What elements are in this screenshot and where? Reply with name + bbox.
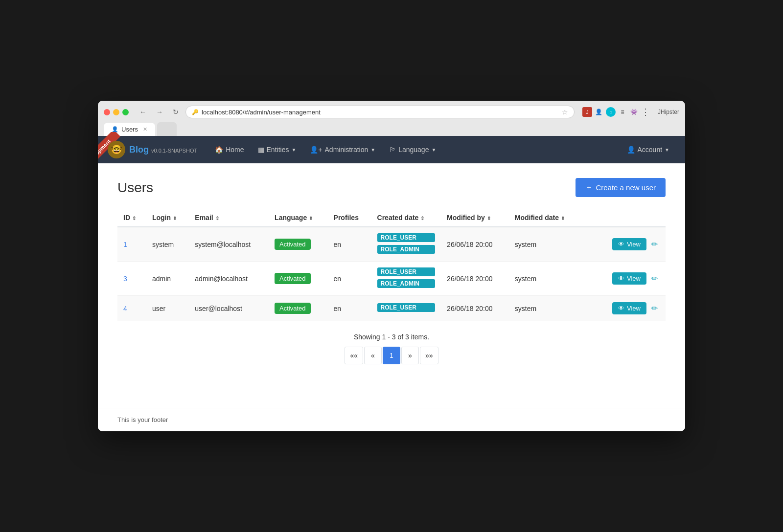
cell-modified-date	[582, 262, 596, 296]
ext-icon-5[interactable]: 👾	[629, 107, 639, 117]
maximize-button[interactable]	[122, 109, 129, 115]
new-tab-button[interactable]	[157, 122, 177, 136]
eye-icon: 👁	[618, 275, 624, 282]
create-user-button[interactable]: ＋ Create a new user	[576, 178, 666, 197]
cell-status: Activated	[269, 296, 327, 321]
prev-page-button[interactable]: «	[364, 347, 382, 364]
nav-items: 🏠 Home ▦ Entities ▼ 👤+ Administration ▼ …	[209, 142, 621, 157]
edit-button[interactable]: ✏	[649, 238, 660, 251]
col-profiles: Profiles	[328, 209, 371, 227]
cell-actions: 👁 View✏	[596, 262, 666, 296]
view-button[interactable]: 👁 View	[612, 302, 646, 314]
lock-icon: 🔑	[192, 109, 199, 115]
language-chevron-icon: ▼	[431, 147, 436, 153]
view-button[interactable]: 👁 View	[612, 272, 646, 285]
more-menu-icon[interactable]: ⋮	[641, 107, 650, 117]
url-text: localhost:8080/#/admin/user-management	[202, 109, 321, 116]
cell-actions: 👁 View✏	[596, 227, 666, 262]
navbar: Development 🤓 Blog v0.0.1-SNAPSHOT 🏠 Hom…	[98, 136, 685, 163]
forward-button[interactable]: →	[153, 107, 166, 117]
edit-button[interactable]: ✏	[649, 272, 660, 285]
tab-close-icon[interactable]: ✕	[143, 126, 147, 133]
role-badge: ROLE_USER	[377, 303, 436, 312]
pencil-icon: ✏	[651, 304, 658, 312]
col-id: ID ⇕	[117, 209, 146, 227]
flag-icon: 🏳	[389, 146, 396, 154]
language-label: Language	[398, 146, 429, 154]
language-sort-icon[interactable]: ⇕	[309, 216, 313, 221]
first-page-button[interactable]: ««	[345, 347, 363, 364]
cell-id: 4	[117, 296, 146, 321]
id-link[interactable]: 4	[123, 305, 127, 312]
back-button[interactable]: ←	[137, 107, 149, 117]
reload-button[interactable]: ↻	[170, 107, 182, 117]
cell-created-date: 26/06/18 20:00	[441, 296, 509, 321]
table-body: 1systemsystem@localhostActivatedenROLE_U…	[117, 227, 666, 321]
cell-status: Activated	[269, 227, 327, 262]
cell-id: 1	[117, 227, 146, 262]
email-sort-icon[interactable]: ⇕	[215, 216, 219, 221]
ext-icon-3[interactable]: ○	[606, 107, 616, 117]
browser-icons: J 👤 ○ ≡ 👾 ⋮	[582, 107, 650, 117]
nav-entities[interactable]: ▦ Entities ▼	[252, 142, 302, 157]
col-language: Language ⇕	[269, 209, 327, 227]
account-icon: 👤	[627, 146, 635, 154]
cell-modified-by: system	[509, 262, 582, 296]
view-button[interactable]: 👁 View	[612, 238, 646, 250]
close-button[interactable]	[104, 109, 110, 115]
cell-login: user	[146, 296, 189, 321]
table-header: ID ⇕ Login ⇕ Email ⇕	[117, 209, 666, 227]
modified-date-sort-icon[interactable]: ⇕	[561, 216, 565, 221]
jhipster-label: JHipster	[658, 109, 679, 115]
id-sort-icon[interactable]: ⇕	[132, 216, 136, 221]
nav-language[interactable]: 🏳 Language ▼	[383, 142, 442, 157]
activated-badge: Activated	[275, 303, 310, 314]
table-row: 1systemsystem@localhostActivatedenROLE_U…	[117, 227, 666, 262]
ext-icon-2[interactable]: 👤	[594, 107, 604, 117]
edit-button[interactable]: ✏	[649, 302, 660, 315]
eye-icon: 👁	[618, 241, 624, 248]
role-badge: ROLE_USER	[377, 233, 436, 242]
col-modified-by: Modified by ⇕	[441, 209, 509, 227]
pencil-icon: ✏	[651, 240, 658, 248]
admin-icon: 👤+	[310, 146, 322, 154]
cell-created-date: 26/06/18 20:00	[441, 227, 509, 262]
col-created-date: Created date ⇕	[371, 209, 441, 227]
ext-icon-1[interactable]: J	[582, 107, 592, 117]
last-page-button[interactable]: »»	[420, 347, 438, 364]
nav-administration[interactable]: 👤+ Administration ▼	[304, 142, 381, 157]
cell-profiles: ROLE_USERROLE_ADMIN	[371, 262, 441, 296]
eye-icon: 👁	[618, 305, 624, 312]
footer-text: This is your footer	[117, 416, 168, 423]
nav-home[interactable]: 🏠 Home	[209, 142, 250, 157]
col-email: Email ⇕	[189, 209, 269, 227]
tab-bar: 👤 Users ✕	[104, 122, 679, 136]
grid-icon: ▦	[258, 146, 264, 154]
cell-profiles: ROLE_USERROLE_ADMIN	[371, 227, 441, 262]
administration-label: Administration	[325, 146, 368, 154]
nav-account[interactable]: 👤 Account ▼	[621, 142, 676, 157]
address-bar[interactable]: 🔑 localhost:8080/#/admin/user-management…	[185, 106, 575, 118]
page-title: Users	[117, 180, 153, 196]
cell-actions: 👁 View✏	[596, 296, 666, 321]
ext-icon-4[interactable]: ≡	[618, 107, 627, 117]
created-sort-icon[interactable]: ⇕	[420, 216, 424, 221]
id-link[interactable]: 1	[123, 241, 127, 248]
star-icon[interactable]: ☆	[562, 108, 568, 116]
current-page-button[interactable]: 1	[383, 347, 400, 364]
role-badge: ROLE_USER	[377, 267, 436, 276]
modified-by-sort-icon[interactable]: ⇕	[487, 216, 491, 221]
next-page-button[interactable]: »	[401, 347, 419, 364]
minimize-button[interactable]	[113, 109, 119, 115]
brand-name: Blog v0.0.1-SNAPSHOT	[129, 145, 197, 155]
col-modified-date-label: Modified date	[515, 214, 559, 222]
active-tab[interactable]: 👤 Users ✕	[104, 123, 155, 136]
login-sort-icon[interactable]: ⇕	[173, 216, 177, 221]
id-link[interactable]: 3	[123, 275, 127, 283]
entities-label: Entities	[267, 146, 289, 154]
tab-title: Users	[121, 126, 138, 133]
window-buttons	[104, 109, 129, 115]
cell-email: system@localhost	[189, 227, 269, 262]
cell-modified-date	[582, 296, 596, 321]
account-chevron-icon: ▼	[665, 147, 669, 153]
